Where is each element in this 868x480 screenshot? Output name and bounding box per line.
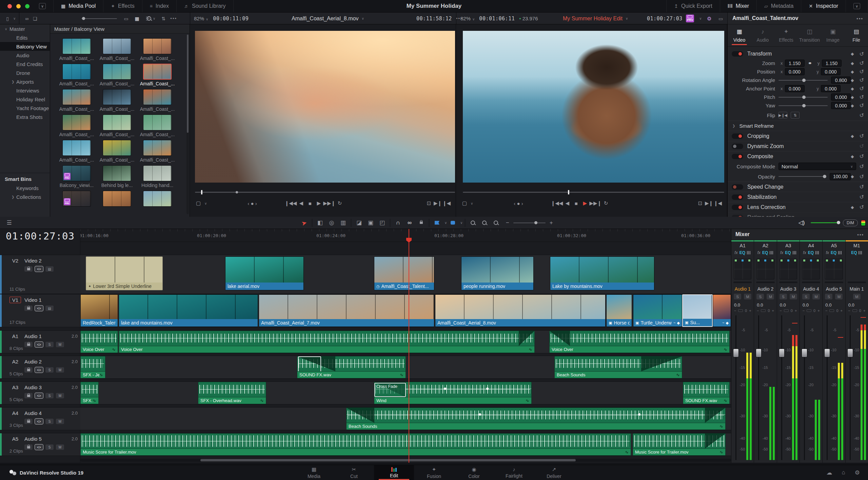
timeline-source-timecode[interactable]: 00:01:06:11	[479, 16, 515, 22]
zoom-reset-icon[interactable]: ↺	[860, 60, 864, 66]
tab-video[interactable]: ▦Video	[728, 24, 751, 46]
clip-lower-3rd-simple-underline[interactable]: ✦Lower 3rd Simple Underline	[86, 256, 163, 290]
timeline-match-frame-button[interactable]: ⊡	[696, 199, 705, 208]
dynamic-zoom-reset-icon[interactable]: ↺	[860, 143, 864, 149]
sidebar-toggle-chevron[interactable]: ∨	[13, 17, 16, 20]
track-mute-button[interactable]: M	[56, 342, 64, 347]
sidebar-item-master[interactable]: ∨Master	[0, 24, 50, 33]
usage-filter-icon[interactable]: ∞	[23, 15, 31, 22]
track-lane-a5[interactable]: Music Score for Trailer.mov∿Music Score …	[80, 433, 731, 456]
zoom-full-extent-icon[interactable]	[467, 218, 479, 228]
pan-pad[interactable]	[734, 258, 751, 279]
sidebar-item-interviews[interactable]: Interviews	[0, 86, 50, 95]
media-clip-item[interactable]	[138, 191, 176, 208]
anchor-y-field[interactable]: 0.000	[821, 85, 841, 92]
link-xy-icon[interactable]: ⚭	[808, 60, 812, 66]
curve-icon[interactable]: ∿	[526, 398, 529, 403]
media-clip-amalfi-coast[interactable]: Amalfi_Coast_...	[98, 114, 136, 137]
mixer-options-icon[interactable]: •••	[857, 232, 864, 237]
fader-knob[interactable]	[847, 349, 853, 357]
position-lock-icon[interactable]	[415, 218, 427, 228]
curve-icon[interactable]: ∿	[529, 347, 532, 352]
anchor-x-field[interactable]: 0.000	[785, 85, 805, 92]
opacity-field[interactable]: 100.00	[830, 173, 851, 180]
media-clip-amalfi-coast[interactable]: Amalfi_Coast_...	[58, 64, 96, 86]
curve-icon[interactable]: ∿	[676, 372, 680, 377]
transform-chevron[interactable]: ∨	[471, 202, 473, 205]
trim-edit-icon[interactable]: ◧	[314, 218, 326, 228]
channel-level-value[interactable]: 0.0	[757, 302, 763, 308]
track-id-a5[interactable]: A5	[9, 436, 21, 442]
track-filmstrip-icon[interactable]: ▤	[45, 306, 54, 311]
pitch-keyframe-icon[interactable]: ◆	[851, 95, 854, 100]
track-mute-button[interactable]: M	[56, 393, 64, 398]
gang-mode-icon[interactable]: ▢	[194, 199, 203, 208]
overwrite-clip-icon[interactable]: ▣	[365, 218, 376, 228]
track-lane-a4[interactable]: Beach Sounds∿	[80, 407, 731, 430]
transform-keyframe-icon[interactable]: ◆	[851, 51, 854, 56]
media-clip-holding-hand[interactable]: Holding hand...	[138, 165, 176, 188]
go-to-last-frame-button[interactable]: ▶▶❙	[323, 199, 335, 208]
stabilization-toggle[interactable]	[732, 194, 743, 200]
media-clip-amalfi-coast[interactable]: Amalfi_Coast_...	[138, 114, 176, 137]
mute-button[interactable]: M	[835, 294, 843, 299]
tab-image[interactable]: ▣Image	[821, 24, 845, 46]
track-solo-button[interactable]: S	[45, 419, 54, 424]
clip-voice-over[interactable]: Voice Over∿	[549, 331, 730, 353]
channel-id[interactable]: A3	[777, 243, 800, 248]
lens-correction-toggle[interactable]	[732, 205, 743, 210]
lens-correction-section[interactable]: Lens Correction ◆↺	[728, 202, 868, 212]
media-clip-item[interactable]: PRV	[58, 191, 96, 208]
track-lock-icon[interactable]	[24, 444, 33, 450]
media-clip-amalfi-coast[interactable]: Amalfi_Coast_...	[58, 89, 96, 112]
timeline-zoom-level[interactable]: 82%∨	[460, 16, 475, 21]
curve-icon[interactable]: ∿	[112, 347, 116, 352]
speaker-icon[interactable]: ◁)	[796, 218, 807, 228]
clip-music-score-for-trailer-mov[interactable]: Music Score for Trailer.mov∿	[633, 433, 726, 456]
zoom-x-field[interactable]: 1.150	[785, 60, 805, 67]
track-lock-icon[interactable]	[24, 266, 33, 272]
clip-amalfi-coast-aerial-8-mov[interactable]: Amalfi_Coast_Aerial_8.mov	[435, 294, 606, 327]
composite-mode-reset-icon[interactable]: ↺	[860, 163, 864, 170]
track-solo-button[interactable]: S	[45, 342, 54, 347]
zoom-detail-icon[interactable]	[479, 218, 490, 228]
source-scrub-bar[interactable]	[195, 192, 455, 193]
eq-button[interactable]: EQ	[762, 250, 768, 255]
comment-filter-icon[interactable]: ❏	[31, 15, 39, 22]
sidebar-item-holiday-reel[interactable]: Holiday Reel	[0, 95, 50, 104]
timeline-loop-button[interactable]: ↻	[601, 199, 610, 208]
track-id-v1[interactable]: V1	[9, 297, 21, 303]
channel-name[interactable]: Audio 2	[754, 286, 776, 292]
source-zoom-level[interactable]: 82%∨	[194, 16, 208, 21]
clip-su[interactable]: ▣Su...	[682, 294, 713, 327]
fx-button[interactable]: fx	[780, 250, 783, 255]
yaw-field[interactable]: 0.000	[831, 102, 851, 109]
track-lock-icon[interactable]	[24, 419, 33, 424]
media-clip-amalfi-coast[interactable]: Amalfi_Coast_...	[138, 38, 176, 61]
fx-button[interactable]: fx	[757, 250, 761, 255]
cropping-reset-icon[interactable]: ↺	[860, 133, 864, 139]
flag-chevron[interactable]: ∨	[445, 221, 447, 225]
flip-reset-icon[interactable]: ↺	[860, 112, 864, 119]
eq-button[interactable]: EQ	[808, 250, 814, 255]
transform-mode-icon[interactable]: ▢	[460, 199, 469, 208]
track-lane-a3[interactable]: SFX...∿SFX - Overhead.wav∿Wind∿Cross Fad…	[80, 381, 731, 404]
cloud-icon[interactable]: ☁	[826, 469, 832, 476]
fade-in-handle[interactable]	[347, 408, 374, 423]
speed-change-section[interactable]: Speed Change ↺	[728, 182, 868, 192]
timeline-step-back-button[interactable]: ◀	[563, 199, 572, 208]
pan-pad[interactable]	[802, 258, 820, 279]
curve-icon[interactable]: ∿	[724, 347, 727, 352]
track-mute-button[interactable]: M	[56, 367, 64, 373]
clip-voice-over[interactable]: Voice Over∿	[80, 331, 118, 353]
track-lock-icon[interactable]	[24, 393, 33, 398]
sidebar-item-audio[interactable]: Audio	[0, 51, 50, 60]
smart-reframe-section[interactable]: ❯ Smart Reframe	[728, 121, 868, 131]
match-frame-button[interactable]: ⊡	[425, 199, 433, 208]
clip-lake-and-mountains-mov[interactable]: lake and mountains.mov	[119, 294, 258, 327]
pan-pad[interactable]	[756, 258, 774, 279]
clip-sfx-overhead-wav[interactable]: SFX - Overhead.wav∿	[198, 382, 266, 404]
track-lock-icon[interactable]	[24, 367, 33, 373]
stabilization-reset-icon[interactable]: ↺	[860, 194, 864, 200]
media-clip-amalfi-coast[interactable]: Amalfi_Coast_...	[58, 114, 96, 137]
